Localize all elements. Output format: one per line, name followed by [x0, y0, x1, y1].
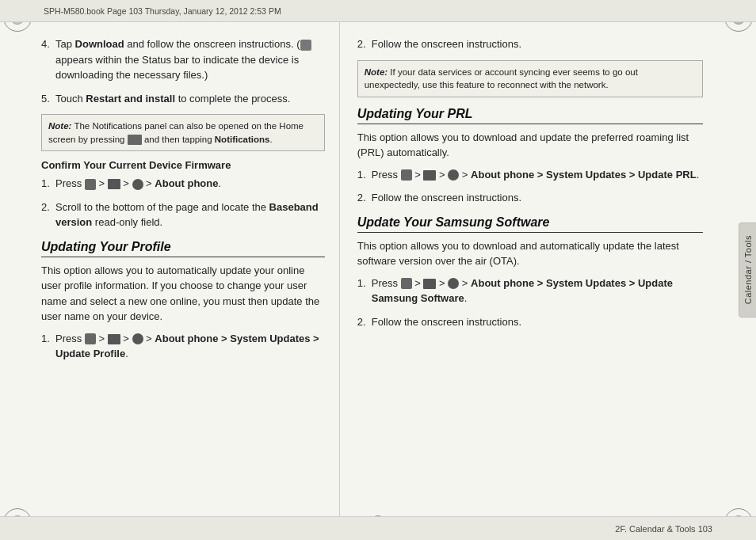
step-5-num: 5.: [41, 91, 55, 107]
menu-icon: [128, 135, 142, 145]
note2-label: Note:: [365, 67, 388, 77]
right-step-2: 2. Follow the onscreen instructions.: [357, 36, 703, 52]
confirm-step-2-content: Scroll to the bottom of the page and loc…: [55, 200, 325, 230]
settings-icon-4: [448, 278, 459, 289]
confirm-step-2: 2. Scroll to the bottom of the page and …: [41, 200, 325, 230]
note-box-2: Note: If your data services or account s…: [357, 60, 703, 97]
header-text: SPH-M580.book Page 103 Thursday, January…: [44, 6, 281, 16]
side-tab-label: Calendar / Tools: [743, 235, 753, 304]
samsung-heading: Update Your Samsung Software: [357, 215, 703, 233]
step-5: 5. Touch Restart and install to complete…: [41, 91, 325, 107]
note2-text: If your data services or account syncing…: [365, 67, 638, 90]
menu-icon-4: [423, 279, 436, 289]
menu-icon-1: [108, 179, 120, 189]
right-column: 2. Follow the onscreen instructions. Not…: [340, 22, 739, 516]
profile-step-1: 1. Press > > > About phone > System Upda…: [41, 331, 325, 362]
profile-para: This option allows you to automatically …: [41, 263, 325, 325]
step-4-num: 4.: [41, 36, 55, 83]
samsung-step-1-content: Press > > > About phone > System Updates…: [372, 276, 703, 306]
prl-step-2-num: 2.: [357, 190, 372, 206]
content-area: 4. Tap Download and follow the onscreen …: [0, 22, 739, 516]
prl-para: This option allows you to download and u…: [357, 130, 703, 161]
home-icon-4: [401, 278, 412, 289]
settings-icon-3: [448, 169, 459, 181]
right-step-2-num: 2.: [357, 36, 372, 52]
confirm-step-1: 1. Press > > > About phone.: [41, 176, 325, 192]
confirm-step-1-num: 1.: [41, 176, 55, 192]
step-4-content: Tap Download and follow the onscreen ins…: [55, 36, 325, 83]
prl-step-1-num: 1.: [357, 167, 372, 183]
note1-text2: and then tapping Notifications.: [144, 135, 273, 144]
updating-profile-heading: Updating Your Profile: [41, 240, 325, 257]
samsung-step-2: 2. Follow the onscreen instructions.: [357, 314, 703, 330]
header-bar: SPH-M580.book Page 103 Thursday, January…: [0, 0, 756, 22]
menu-icon-2: [108, 334, 120, 344]
step-4: 4. Tap Download and follow the onscreen …: [41, 36, 325, 83]
home-icon-3: [401, 169, 412, 181]
prl-step-1: 1. Press > > > About phone > System Upda…: [357, 167, 703, 183]
updating-prl-heading: Updating Your PRL: [357, 107, 703, 124]
prl-step-2: 2. Follow the onscreen instructions.: [357, 190, 703, 206]
settings-icon-1: [132, 179, 143, 190]
right-step-2-content: Follow the onscreen instructions.: [372, 36, 703, 52]
footer-bar: 2F. Calendar & Tools 103: [0, 516, 756, 540]
footer-text: 2F. Calendar & Tools 103: [615, 524, 712, 534]
left-column: 4. Tap Download and follow the onscreen …: [0, 22, 340, 516]
settings-icon-2: [132, 333, 143, 344]
step-5-content: Touch Restart and install to complete th…: [55, 91, 325, 107]
samsung-step-2-content: Follow the onscreen instructions.: [372, 314, 703, 330]
home-icon-1: [85, 179, 96, 190]
confirm-heading: Confirm Your Current Device Firmware: [41, 159, 325, 171]
menu-icon-3: [423, 170, 436, 181]
note-box-1: Note: The Notifications panel can also b…: [41, 114, 325, 151]
confirm-step-1-content: Press > > > About phone.: [55, 176, 325, 192]
samsung-para: This option allows you to download and a…: [357, 238, 703, 269]
samsung-step-2-num: 2.: [357, 314, 372, 330]
download-icon: [300, 40, 311, 51]
profile-step-1-num: 1.: [41, 331, 55, 362]
profile-step-1-content: Press > > > About phone > System Updates…: [55, 331, 325, 362]
side-tab: Calendar / Tools: [739, 222, 756, 318]
confirm-step-2-num: 2.: [41, 200, 55, 230]
home-icon-2: [85, 333, 96, 344]
samsung-step-1: 1. Press > > > About phone > System Upda…: [357, 276, 703, 306]
prl-step-2-content: Follow the onscreen instructions.: [372, 190, 703, 206]
prl-step-1-content: Press > > > About phone > System Updates…: [372, 167, 703, 183]
note1-label: Note:: [48, 121, 71, 131]
samsung-step-1-num: 1.: [357, 276, 372, 306]
